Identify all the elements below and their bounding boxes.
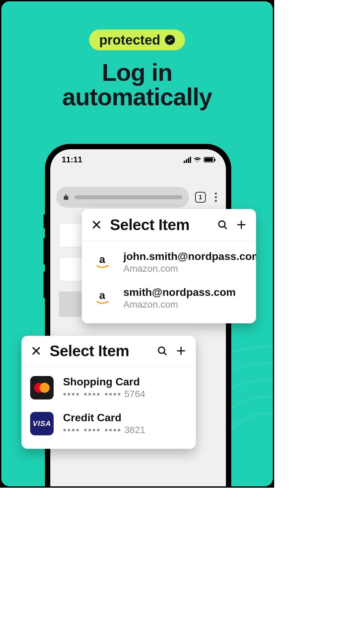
url-placeholder-line	[74, 195, 182, 199]
popup-title: Select Item	[50, 342, 129, 360]
card-item[interactable]: VISA Credit Card •••• •••• •••• 3821	[29, 406, 188, 441]
mastercard-icon	[30, 376, 54, 399]
kebab-menu-button[interactable]	[212, 193, 220, 202]
card-item[interactable]: Shopping Card •••• •••• •••• 5764	[29, 370, 188, 406]
add-button[interactable]	[174, 343, 188, 358]
status-bar: 11:11	[50, 149, 226, 170]
svg-text:a: a	[99, 253, 106, 265]
check-icon	[165, 35, 175, 45]
url-bar[interactable]	[56, 187, 189, 208]
close-button[interactable]	[29, 343, 44, 358]
search-button[interactable]	[215, 217, 230, 232]
headline-line1: Log in	[1, 60, 273, 85]
lock-icon	[63, 194, 69, 201]
battery-icon	[204, 157, 215, 162]
status-right	[184, 157, 215, 163]
protected-badge-label: protected	[99, 33, 160, 48]
account-email: john.smith@nordpass.com	[123, 250, 256, 263]
tab-count-button[interactable]: 1	[195, 192, 206, 203]
headline: Log in automatically	[1, 60, 273, 110]
wifi-icon	[194, 157, 201, 163]
account-site: Amazon.com	[123, 299, 236, 310]
select-item-popup-cards: Select Item Shopping C	[21, 336, 196, 449]
account-email: smith@nordpass.com	[123, 286, 236, 299]
browser-bar: 1	[56, 187, 220, 208]
promo-stage: protected Log in automatically 11:11	[1, 1, 273, 486]
card-name: Shopping Card	[63, 376, 145, 388]
popup-title: Select Item	[110, 216, 189, 234]
account-site: Amazon.com	[123, 263, 256, 274]
signal-icon	[184, 157, 191, 163]
status-time: 11:11	[62, 155, 82, 164]
visa-icon: VISA	[30, 412, 54, 435]
headline-line2: automatically	[1, 85, 273, 109]
protected-badge: protected	[89, 30, 185, 50]
add-button[interactable]	[234, 217, 249, 232]
card-number: •••• •••• •••• 5764	[63, 389, 145, 399]
amazon-icon: a	[90, 286, 114, 310]
search-button[interactable]	[155, 343, 170, 358]
account-item[interactable]: a smith@nordpass.com Amazon.com	[89, 280, 249, 316]
close-button[interactable]	[89, 217, 104, 232]
account-item[interactable]: a john.smith@nordpass.com Amazon.com	[89, 244, 249, 280]
card-number: •••• •••• •••• 3821	[63, 425, 145, 435]
select-item-popup-accounts: Select Item a john.smit	[82, 209, 256, 323]
amazon-icon: a	[90, 251, 114, 274]
promo-canvas: protected Log in automatically 11:11	[0, 0, 274, 488]
card-name: Credit Card	[63, 412, 145, 424]
svg-text:a: a	[99, 289, 106, 301]
